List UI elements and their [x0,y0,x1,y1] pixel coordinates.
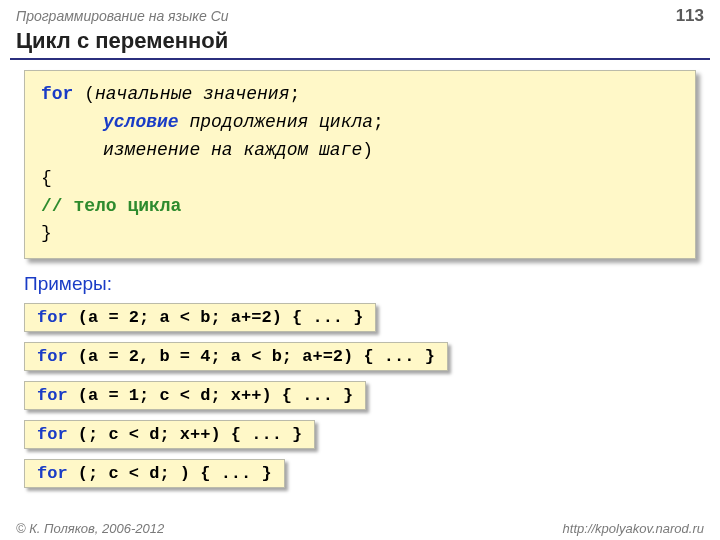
init-text: начальные значения [95,84,289,104]
step-text: изменение на каждом шаге [103,140,362,160]
paren-close: ) [362,140,373,160]
condition-keyword: условие [103,112,179,132]
condition-rest: продолжения цикла [179,112,373,132]
examples-label: Примеры: [24,273,696,295]
example-code: (a = 1; c < d; x++) { ... } [68,386,354,405]
course-name: Программирование на языке Си [16,8,229,24]
syntax-line-1: for (начальные значения; [41,81,679,109]
syntax-line-3: изменение на каждом шаге) [41,137,679,165]
keyword-for: for [37,425,68,444]
brace-open: { [41,165,679,193]
body-comment: // тело цикла [41,193,679,221]
slide-header: Программирование на языке Си 113 [0,0,720,28]
slide-title: Цикл с переменной [0,28,720,58]
keyword-for: for [37,464,68,483]
keyword-for: for [37,347,68,366]
slide-content: for (начальные значения; условие продолж… [0,70,720,498]
brace-close: } [41,220,679,248]
example-1: for (a = 2; a < b; a+=2) { ... } [24,303,376,332]
paren-open: ( [73,84,95,104]
keyword-for: for [41,84,73,104]
example-2: for (a = 2, b = 4; a < b; a+=2) { ... } [24,342,448,371]
example-code: (a = 2, b = 4; a < b; a+=2) { ... } [68,347,435,366]
semicolon-2: ; [373,112,384,132]
example-4: for (; c < d; x++) { ... } [24,420,315,449]
title-rule [10,58,710,60]
example-code: (; c < d; x++) { ... } [68,425,303,444]
syntax-box: for (начальные значения; условие продолж… [24,70,696,259]
example-3: for (a = 1; c < d; x++) { ... } [24,381,366,410]
footer-url: http://kpolyakov.narod.ru [563,521,704,536]
example-code: (a = 2; a < b; a+=2) { ... } [68,308,364,327]
example-5: for (; c < d; ) { ... } [24,459,285,488]
page-number: 113 [676,6,704,26]
example-code: (; c < d; ) { ... } [68,464,272,483]
keyword-for: for [37,308,68,327]
keyword-for: for [37,386,68,405]
slide-footer: © К. Поляков, 2006-2012 http://kpolyakov… [0,521,720,536]
syntax-line-2: условие продолжения цикла; [41,109,679,137]
semicolon-1: ; [289,84,300,104]
copyright: © К. Поляков, 2006-2012 [16,521,164,536]
